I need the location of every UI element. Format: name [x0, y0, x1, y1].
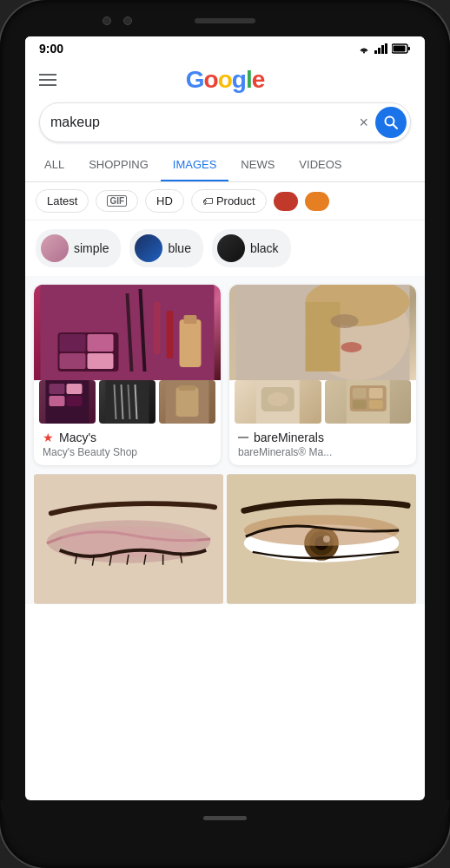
macys-brand-row: ★ Macy's	[43, 431, 212, 444]
filter-latest[interactable]: Latest	[36, 189, 89, 213]
svg-rect-23	[50, 384, 65, 394]
images-grid	[25, 465, 425, 604]
svg-rect-15	[88, 353, 114, 369]
bareminerals-card-bottom: bareMinerals bareMinerals® Ma...	[229, 424, 416, 465]
bareminerals-subtitle: bareMinerals® Ma...	[238, 446, 407, 458]
phone-screen: 9:00	[25, 36, 425, 800]
svg-rect-20	[180, 319, 202, 367]
svg-rect-12	[60, 334, 86, 352]
eye-right-svg	[227, 474, 416, 604]
camera-right	[123, 16, 132, 25]
svg-rect-49	[368, 400, 382, 409]
product-foundation-svg	[159, 380, 215, 424]
header-top: Google	[39, 66, 411, 94]
svg-point-0	[363, 52, 365, 54]
product-palette-svg	[39, 380, 96, 424]
svg-rect-1	[374, 50, 377, 54]
shopping-card-macys[interactable]: ★ Macy's Macy's Beauty Shop	[34, 285, 221, 465]
header: Google ×	[25, 61, 425, 149]
svg-rect-46	[352, 388, 366, 398]
suggestion-black-label: black	[250, 241, 279, 255]
product-thumb-3	[159, 380, 215, 424]
svg-rect-14	[60, 353, 86, 369]
bareminerals-brand-row: bareMinerals	[238, 431, 407, 444]
tab-videos[interactable]: VIDEOS	[287, 149, 354, 182]
signal-icon	[374, 43, 388, 54]
color-swatch-orange	[305, 192, 329, 211]
search-input[interactable]	[50, 115, 359, 130]
svg-rect-47	[368, 388, 382, 398]
suggestion-simple-thumb	[41, 234, 69, 262]
phone-bottom-bar	[0, 800, 450, 835]
macys-main-image	[34, 285, 221, 380]
tab-shopping[interactable]: SHOPPING	[76, 149, 161, 182]
svg-rect-38	[306, 302, 341, 372]
suggestion-blue[interactable]: blue	[129, 229, 202, 267]
search-clear-button[interactable]: ×	[359, 114, 368, 132]
svg-rect-3	[381, 45, 384, 54]
filter-color-orange[interactable]	[305, 192, 329, 211]
svg-rect-18	[154, 302, 161, 354]
suggestion-simple-label: simple	[74, 241, 109, 255]
suggestion-simple[interactable]: simple	[36, 229, 121, 267]
macys-star-icon: ★	[43, 431, 54, 444]
shopping-card-bareminerals[interactable]: Sponsored i	[229, 285, 416, 465]
filter-gif[interactable]: GIF	[96, 190, 138, 212]
tab-news[interactable]: NEWS	[228, 149, 287, 182]
search-icon	[383, 115, 399, 130]
svg-rect-24	[50, 396, 65, 406]
search-button[interactable]	[375, 107, 407, 138]
home-indicator[interactable]	[203, 816, 247, 820]
bareminerals-products-row	[229, 380, 416, 424]
svg-rect-48	[352, 400, 366, 409]
eye-image-left[interactable]	[34, 474, 223, 604]
phone-top-bar	[0, 9, 450, 33]
filter-color-red[interactable]	[274, 192, 298, 211]
suggestion-blue-thumb	[135, 234, 162, 262]
macys-subtitle: Macy's Beauty Shop	[43, 446, 212, 458]
bareminerals-dash-icon	[238, 437, 248, 438]
bareminerals-product-1	[235, 380, 321, 424]
product-thumb-2	[99, 380, 156, 424]
svg-rect-27	[106, 380, 149, 424]
battery-icon	[392, 43, 411, 54]
svg-rect-26	[67, 396, 83, 406]
suggestion-black[interactable]: black	[212, 229, 291, 267]
suggestions-row: simple blue black	[25, 220, 425, 276]
gif-icon: GIF	[107, 195, 127, 207]
tag-icon: 🏷	[202, 195, 213, 207]
bareminerals-main-image	[229, 285, 416, 380]
tab-images[interactable]: IMAGES	[161, 149, 229, 182]
filter-latest-label: Latest	[47, 194, 77, 207]
menu-button[interactable]	[39, 74, 56, 86]
eye-image-right[interactable]	[227, 474, 416, 604]
status-time: 9:00	[39, 42, 63, 56]
phone-speaker	[195, 18, 255, 23]
macys-products-row	[34, 380, 221, 424]
color-swatch-red	[274, 192, 298, 211]
shopping-cards-row: ★ Macy's Macy's Beauty Shop Sponsored i	[25, 276, 425, 465]
wifi-icon	[357, 43, 371, 54]
product-thumb-1	[39, 380, 96, 424]
bareminerals-brand-name: bareMinerals	[254, 431, 324, 444]
bareminerals-product-2	[325, 380, 412, 424]
svg-rect-4	[385, 43, 387, 54]
macys-brand-name: Macy's	[59, 431, 96, 444]
bareminerals-img-svg	[229, 285, 416, 380]
macys-card-bottom: ★ Macy's Macy's Beauty Shop	[34, 424, 221, 465]
macys-makeup-svg	[34, 285, 221, 380]
svg-rect-7	[394, 46, 406, 52]
content-area: ★ Macy's Macy's Beauty Shop Sponsored i	[25, 276, 425, 604]
svg-rect-2	[378, 48, 381, 54]
phone-frame: 9:00	[0, 0, 450, 868]
filter-hd-label: HD	[156, 194, 173, 207]
filter-product[interactable]: 🏷 Product	[191, 189, 267, 213]
svg-rect-13	[88, 334, 114, 352]
bareminerals-image-area	[229, 285, 416, 424]
svg-rect-34	[179, 385, 196, 391]
tab-all[interactable]: ALL	[32, 149, 76, 182]
macys-image-area	[34, 285, 221, 424]
svg-rect-33	[176, 387, 199, 417]
search-bar[interactable]: ×	[39, 102, 411, 142]
filter-hd[interactable]: HD	[145, 189, 184, 213]
